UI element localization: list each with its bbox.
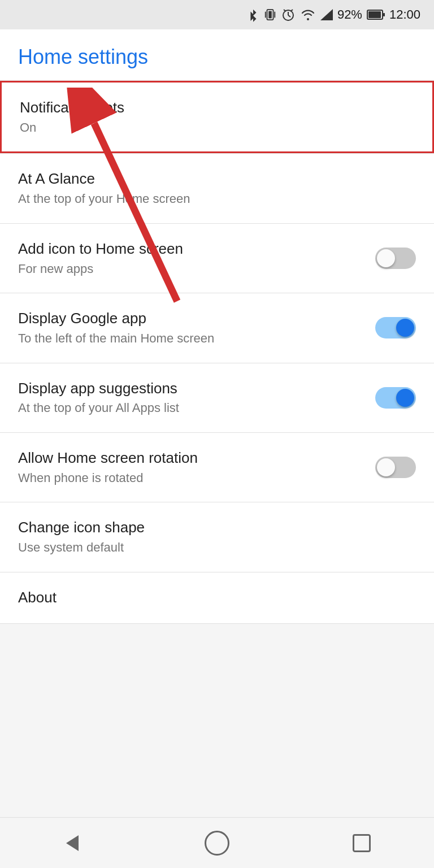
setting-title-add-icon: Add icon to Home screen xyxy=(18,240,364,259)
setting-subtitle-at-a-glance: At the top of your Home screen xyxy=(18,191,416,207)
setting-title-icon-shape: Change icon shape xyxy=(18,518,416,537)
wifi-icon xyxy=(300,7,316,23)
header: Home settings xyxy=(0,29,434,80)
bottom-navigation xyxy=(0,817,434,868)
alarm-icon xyxy=(281,7,296,23)
setting-subtitle-display-google: To the left of the main Home screen xyxy=(18,331,364,347)
home-icon xyxy=(205,831,229,856)
time-display: 12:00 xyxy=(389,7,420,22)
toggle-thumb-display-suggestions xyxy=(396,389,414,407)
vibrate-icon xyxy=(264,7,276,23)
setting-text-icon-shape: Change icon shape Use system default xyxy=(18,518,416,555)
svg-line-8 xyxy=(290,10,293,11)
setting-title-home-rotation: Allow Home screen rotation xyxy=(18,449,364,468)
setting-text-at-a-glance: At A Glance At the top of your Home scre… xyxy=(18,170,416,207)
recents-icon xyxy=(353,834,371,852)
status-bar: 92% 12:00 xyxy=(0,0,434,29)
setting-text-display-suggestions: Display app suggestions At the top of yo… xyxy=(18,379,364,416)
setting-display-google[interactable]: Display Google app To the left of the ma… xyxy=(0,293,434,362)
setting-text-about: About xyxy=(18,588,416,607)
battery-icon xyxy=(367,8,385,21)
setting-subtitle-icon-shape: Use system default xyxy=(18,540,416,556)
toggle-display-google[interactable] xyxy=(375,317,416,338)
home-button[interactable] xyxy=(200,826,234,860)
setting-text-add-icon: Add icon to Home screen For new apps xyxy=(18,240,364,277)
setting-title-display-google: Display Google app xyxy=(18,309,364,328)
svg-rect-3 xyxy=(274,12,275,18)
svg-rect-2 xyxy=(265,12,266,18)
page-title: Home settings xyxy=(18,45,416,69)
setting-text-display-google: Display Google app To the left of the ma… xyxy=(18,309,364,346)
setting-text-home-rotation: Allow Home screen rotation When phone is… xyxy=(18,449,364,486)
empty-area xyxy=(0,624,434,771)
setting-text-notification-dots: Notification dots On xyxy=(20,98,414,136)
battery-percent: 92% xyxy=(337,7,362,22)
setting-title-about: About xyxy=(18,588,416,607)
toggle-thumb-add-icon xyxy=(377,249,395,267)
setting-title-notification-dots: Notification dots xyxy=(20,98,414,118)
setting-subtitle-display-suggestions: At the top of your All Apps list xyxy=(18,400,364,416)
svg-rect-11 xyxy=(368,11,381,18)
back-icon xyxy=(66,835,79,851)
setting-subtitle-add-icon: For new apps xyxy=(18,261,364,277)
recents-button[interactable] xyxy=(345,826,379,860)
setting-home-rotation[interactable]: Allow Home screen rotation When phone is… xyxy=(0,433,434,502)
setting-about[interactable]: About xyxy=(0,572,434,623)
toggle-add-icon[interactable] xyxy=(375,248,416,269)
setting-icon-shape[interactable]: Change icon shape Use system default xyxy=(0,502,434,571)
bottom-spacer xyxy=(0,771,434,822)
setting-subtitle-notification-dots: On xyxy=(20,120,414,136)
svg-rect-12 xyxy=(383,13,385,16)
bluetooth-icon xyxy=(247,7,259,23)
setting-add-icon[interactable]: Add icon to Home screen For new apps xyxy=(0,224,434,293)
setting-display-suggestions[interactable]: Display app suggestions At the top of yo… xyxy=(0,363,434,432)
settings-list: Notification dots On At A Glance At the … xyxy=(0,81,434,624)
status-icons: 92% 12:00 xyxy=(247,7,420,23)
toggle-home-rotation[interactable] xyxy=(375,457,416,478)
svg-line-6 xyxy=(288,15,290,17)
setting-notification-dots[interactable]: Notification dots On xyxy=(0,81,434,153)
setting-title-at-a-glance: At A Glance xyxy=(18,170,416,189)
signal-icon xyxy=(320,7,333,23)
setting-subtitle-home-rotation: When phone is rotated xyxy=(18,470,364,487)
svg-line-7 xyxy=(284,10,286,11)
toggle-thumb-home-rotation xyxy=(377,458,395,476)
setting-title-display-suggestions: Display app suggestions xyxy=(18,379,364,398)
setting-at-a-glance[interactable]: At A Glance At the top of your Home scre… xyxy=(0,154,434,223)
toggle-display-suggestions[interactable] xyxy=(375,387,416,409)
back-button[interactable] xyxy=(55,826,89,860)
svg-marker-9 xyxy=(320,9,333,20)
svg-rect-1 xyxy=(268,11,272,19)
